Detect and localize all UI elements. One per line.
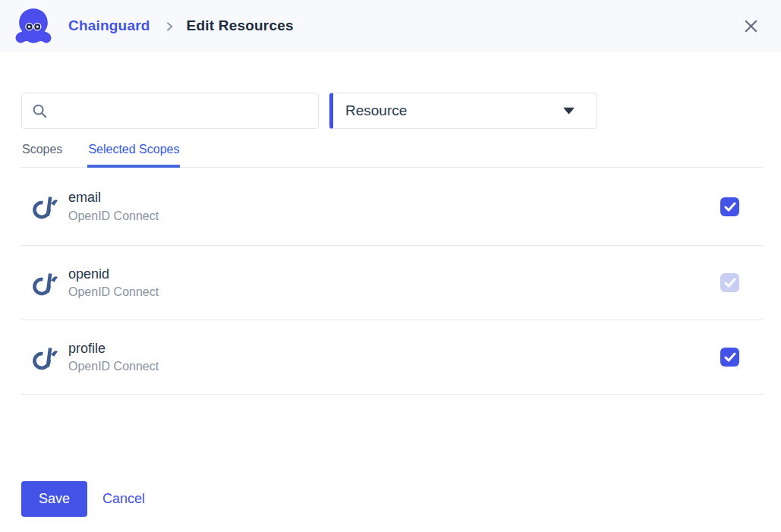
checkmark-icon <box>724 352 736 362</box>
modal-header: Chainguard Edit Resources <box>0 0 781 52</box>
scope-row-openid: openid OpenID Connect <box>21 246 763 320</box>
scope-search-box[interactable] <box>21 93 319 129</box>
scope-list: email OpenID Connect openid OpenID Conne… <box>21 168 763 395</box>
resource-dropdown[interactable]: Resource <box>329 93 597 129</box>
scope-provider: OpenID Connect <box>68 285 159 299</box>
openid-connect-icon <box>31 269 58 297</box>
chevron-right-icon <box>163 20 175 33</box>
openid-connect-icon <box>31 344 58 371</box>
scope-name: profile <box>68 341 159 357</box>
scope-row-profile: profile OpenID Connect <box>21 320 763 395</box>
checkmark-icon <box>724 202 736 212</box>
cancel-button[interactable]: Cancel <box>102 491 145 507</box>
scope-checkbox-openid <box>720 273 739 292</box>
scope-row-email: email OpenID Connect <box>21 168 763 246</box>
caret-down-icon <box>563 107 575 115</box>
search-input[interactable] <box>55 102 309 119</box>
scope-name: openid <box>68 266 159 283</box>
modal-body: Resource Scopes Selected Scopes email Op… <box>0 93 781 517</box>
action-footer: Save Cancel <box>21 481 763 517</box>
page-title: Edit Resources <box>187 17 294 34</box>
chainguard-octopus-logo-icon <box>12 8 55 44</box>
scope-name: email <box>68 190 159 206</box>
tab-selected-scopes[interactable]: Selected Scopes <box>87 143 180 167</box>
filter-controls: Resource <box>21 93 763 129</box>
checkmark-icon <box>724 278 736 288</box>
tab-scopes[interactable]: Scopes <box>21 143 63 167</box>
breadcrumb-brand-link[interactable]: Chainguard <box>68 17 150 34</box>
scope-checkbox-profile[interactable] <box>720 348 739 367</box>
scope-provider: OpenID Connect <box>68 209 159 223</box>
scope-tabs: Scopes Selected Scopes <box>21 143 763 168</box>
resource-dropdown-value: Resource <box>345 102 407 119</box>
scope-provider: OpenID Connect <box>68 359 159 373</box>
search-icon <box>31 102 48 119</box>
openid-connect-icon <box>31 193 58 220</box>
close-icon <box>742 17 761 36</box>
scope-checkbox-email[interactable] <box>720 197 739 216</box>
close-button[interactable] <box>738 14 763 38</box>
save-button[interactable]: Save <box>21 481 87 517</box>
